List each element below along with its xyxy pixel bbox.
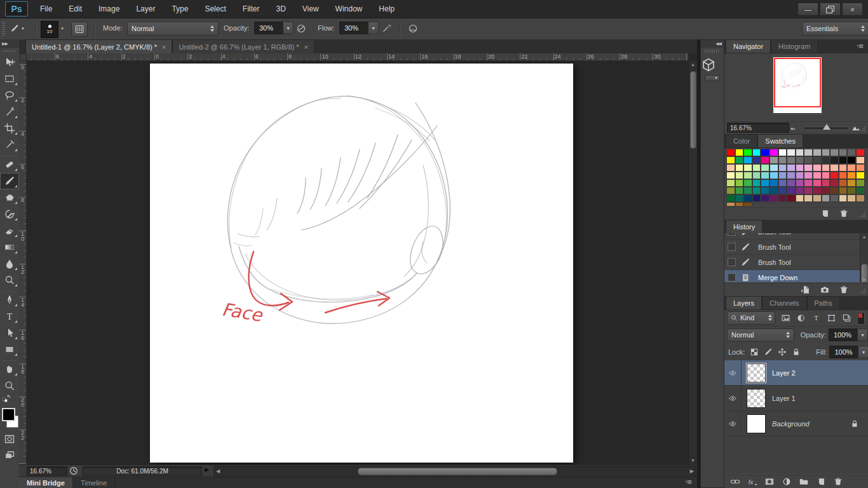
tool-rectangular-marquee[interactable] [0, 71, 19, 87]
resize-grip-icon[interactable] [859, 125, 867, 133]
color-swatch[interactable] [787, 149, 796, 156]
menu-file[interactable]: File [32, 0, 60, 18]
color-swatch[interactable] [761, 156, 770, 164]
color-swatch[interactable] [735, 194, 744, 202]
color-swatch[interactable] [787, 172, 796, 179]
color-swatch[interactable] [726, 179, 735, 187]
color-swatch[interactable] [804, 179, 813, 187]
color-swatch[interactable] [830, 156, 839, 164]
filter-shape-f-button[interactable] [825, 312, 837, 323]
color-swatch[interactable] [726, 156, 735, 164]
history-tab-history[interactable]: History [726, 220, 763, 233]
menu-view[interactable]: View [294, 0, 327, 18]
color-swatch[interactable] [839, 172, 848, 179]
color-swatch[interactable] [796, 194, 804, 202]
tool-type[interactable]: T [0, 308, 19, 325]
color-swatch[interactable] [856, 179, 865, 187]
tool-dodge[interactable] [0, 272, 19, 288]
layer-visibility-toggle[interactable] [724, 360, 742, 385]
link-button[interactable] [729, 476, 742, 487]
filter-layers-f-button[interactable] [840, 312, 853, 323]
tool-eyedropper[interactable] [0, 137, 19, 153]
color-swatch[interactable] [856, 194, 865, 202]
bottom-tab-mini-bridge[interactable]: Mini Bridge [19, 477, 73, 488]
horizontal-scrollbar[interactable]: ◀ ▶ [214, 466, 696, 477]
tool-pen[interactable] [0, 292, 19, 308]
chevron-down-icon[interactable]: ▾ [283, 22, 294, 34]
navigator-tab-navigator[interactable]: Navigator [726, 39, 771, 53]
trash-button[interactable] [837, 208, 850, 219]
layers-tab-channels[interactable]: Channels [762, 296, 806, 309]
layer-filter-select[interactable]: Kind [727, 311, 775, 325]
scroll-down-icon[interactable]: ▼ [691, 457, 695, 464]
color-swatch[interactable] [804, 164, 813, 172]
swap-colors-icon[interactable] [1, 394, 11, 403]
foreground-color-well[interactable] [2, 408, 15, 421]
color-swatch[interactable] [778, 172, 787, 179]
color-swatch[interactable] [752, 156, 761, 164]
dock-grip[interactable] [705, 50, 720, 53]
color-swatch[interactable] [770, 149, 778, 156]
color-swatch[interactable] [787, 164, 796, 172]
trash-button[interactable] [837, 284, 850, 295]
color-swatch[interactable] [743, 164, 752, 172]
history-item[interactable]: Brush Tool [724, 255, 860, 270]
color-swatch[interactable] [735, 187, 744, 194]
color-swatch[interactable] [770, 164, 778, 172]
color-swatch[interactable] [796, 156, 804, 164]
color-swatch[interactable] [856, 164, 865, 172]
color-swatch[interactable] [743, 194, 752, 202]
options-bar-grip[interactable] [2, 22, 5, 36]
color-swatch[interactable] [822, 179, 831, 187]
resize-grip-icon[interactable] [859, 211, 867, 219]
color-swatch[interactable] [847, 187, 856, 194]
chevron-down-icon[interactable]: ▾ [857, 329, 868, 341]
document-tab[interactable]: Untitled-2 @ 66.7% (Layer 1, RGB/8) *× [172, 39, 315, 53]
tool-clone-stamp[interactable] [0, 189, 19, 206]
zoom-out-icon[interactable] [788, 124, 798, 132]
color-swatch[interactable] [743, 179, 752, 187]
color-swatch[interactable] [804, 149, 813, 156]
tool-brush[interactable] [0, 173, 19, 189]
menu-filter[interactable]: Filter [234, 0, 268, 18]
color-swatch[interactable] [830, 149, 839, 156]
menu-select[interactable]: Select [196, 0, 234, 18]
vertical-scrollbar[interactable]: ▲ ▼ [688, 61, 697, 464]
flow-field[interactable]: 30% ▾ [339, 22, 379, 34]
tool-path-selection[interactable] [0, 325, 19, 341]
color-swatch[interactable] [778, 194, 787, 202]
scroll-up-icon[interactable]: ▲ [691, 61, 695, 69]
layer-opacity-field[interactable]: 100% ▾ [829, 329, 868, 341]
document-tab[interactable]: Untitled-1 @ 16.7% (Layer 2, CMYK/8) *× [25, 39, 172, 53]
menu-image[interactable]: Image [90, 0, 128, 18]
color-swatch[interactable] [822, 194, 831, 202]
expand-dock-button[interactable]: ◀◀ [701, 40, 724, 48]
lock-lock-sm-button[interactable] [790, 346, 802, 358]
mask-button[interactable] [763, 476, 776, 487]
tool-zoom[interactable] [0, 377, 19, 394]
color-swatch[interactable] [761, 172, 770, 179]
horizontal-scroll-thumb[interactable] [358, 468, 557, 475]
color-swatch[interactable] [847, 172, 856, 179]
color-swatch[interactable] [787, 179, 796, 187]
layer-thumbnail[interactable] [747, 414, 766, 433]
color-swatch[interactable] [813, 179, 822, 187]
vertical-scroll-thumb[interactable] [690, 71, 696, 149]
color-swatch[interactable] [726, 187, 735, 194]
tool-history-brush[interactable] [0, 206, 19, 222]
color-swatch[interactable] [778, 187, 787, 194]
color-swatch[interactable] [726, 164, 735, 172]
color-swatch[interactable] [796, 149, 804, 156]
brush-preview[interactable]: 10 [41, 21, 58, 38]
opacity-field[interactable]: 30% ▾ [254, 22, 294, 34]
color-swatch[interactable] [822, 164, 831, 172]
color-swatch[interactable] [796, 172, 804, 179]
tool-gradient[interactable] [0, 239, 19, 255]
layer-thumbnail[interactable] [747, 363, 766, 383]
toolbar-collapse-button[interactable]: ▶▶ [0, 39, 19, 48]
navigator-view-box[interactable] [774, 58, 821, 107]
color-swatch[interactable] [839, 164, 848, 172]
lock-move-sm-button[interactable] [776, 346, 788, 358]
color-swatch[interactable] [813, 187, 822, 194]
menu-window[interactable]: Window [327, 0, 371, 18]
